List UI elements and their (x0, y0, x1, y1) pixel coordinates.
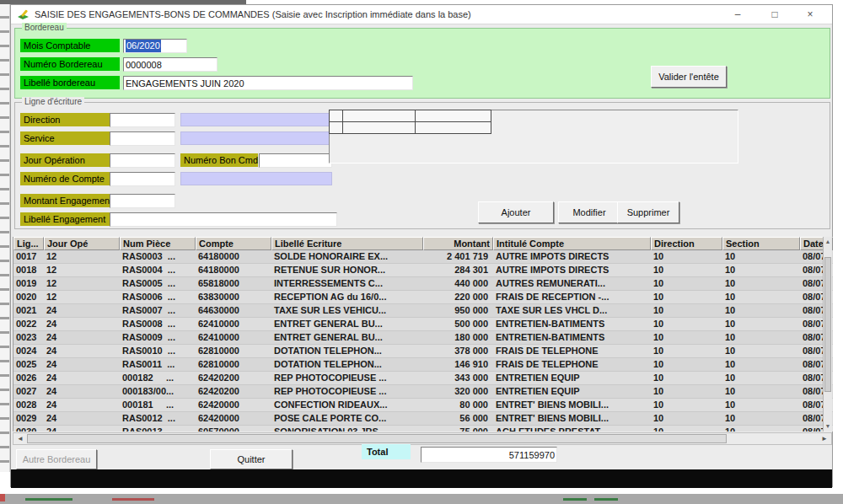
column-header[interactable]: Direction (651, 237, 722, 250)
horizontal-scrollbar[interactable]: ◄ ► (13, 432, 832, 445)
table-cell: 000182 ... (120, 372, 196, 385)
ligne-detail-grid (330, 110, 491, 134)
table-cell: RAS0009 ... (120, 331, 196, 345)
autre-bordereau-button[interactable]: Autre Bordereau (16, 449, 97, 469)
table-cell: RAS0012 ... (120, 412, 196, 426)
table-cell: 24 (44, 331, 120, 345)
table-cell: 0026 (13, 372, 44, 385)
table-cell: ENTRETIEN-BATIMENTS (493, 318, 651, 331)
table-cell: 24 (44, 358, 120, 372)
numero-bon-cmde-input[interactable] (259, 153, 332, 168)
table-cell: AUTRES REMUNERATI... (493, 277, 651, 291)
table-row[interactable]: 002124RAS0007 ...64630000TAXE SUR LES VE… (13, 304, 833, 318)
table-cell: 000181 ... (120, 399, 196, 412)
table-row[interactable]: 002324RAS0009 ...62410000ENTRET GENERAL … (13, 331, 833, 345)
scroll-left-icon[interactable]: ◄ (14, 433, 26, 444)
grid-cell (415, 110, 491, 122)
table-row[interactable]: 001712RAS0003 ...64180000SOLDE HONORAIRE… (13, 250, 833, 264)
app-icon (17, 8, 30, 21)
libelle-bordereau-input[interactable] (123, 76, 413, 90)
supprimer-button[interactable]: Supprimer (617, 201, 679, 223)
table-cell: RAS0013 ... (120, 426, 196, 432)
ligne-ecriture-group-label: Ligne d'écriture (22, 97, 84, 106)
table-row[interactable]: 002524RAS0011 ...62810000DOTATION TELEPH… (13, 358, 833, 372)
scroll-right-icon[interactable]: ► (819, 433, 830, 444)
numero-bordereau-label: Numéro Bordereau (20, 57, 120, 71)
table-cell: RECEPTION AG du 16/0... (271, 291, 423, 304)
table-cell: INTERRESSEMENTS C... (271, 277, 423, 291)
scroll-down-icon[interactable]: ▼ (824, 422, 832, 431)
numero-de-compte-display-field (180, 172, 332, 185)
table-cell: REP PHOTOCOPIEUSE ... (271, 385, 423, 399)
minimize-button[interactable]: – (724, 5, 751, 24)
table-cell: 10 (651, 304, 722, 318)
jour-operation-input[interactable] (110, 153, 175, 168)
direction-display-field (180, 113, 332, 126)
app-window: SAISIE DES ENGAGEMENTS-BONS DE COMMANDES… (10, 4, 833, 487)
table-cell: SOLDE HONORAIRE EX... (271, 250, 423, 264)
column-header[interactable]: Montant (423, 237, 493, 250)
table-cell: 64180000 (196, 264, 271, 277)
table-cell: RAS0007 ... (120, 304, 196, 318)
column-header[interactable]: Num Pièce (120, 237, 196, 250)
table-row[interactable]: 002012RAS0006 ...63830000RECEPTION AG du… (13, 291, 833, 304)
valider-entete-button[interactable]: Valider l'entête (651, 66, 727, 88)
direction-input[interactable] (110, 113, 175, 127)
table-cell: 0023 (13, 331, 44, 345)
numero-bon-cmde-label: Numéro Bon Cmde (180, 153, 258, 167)
table-cell: 0024 (13, 345, 44, 358)
table-cell: 284 301 (423, 264, 493, 277)
table-cell: 10 (651, 264, 722, 277)
table-row[interactable]: 002224RAS0008 ...62410000ENTRET GENERAL … (13, 318, 833, 331)
modifier-button[interactable]: Modifier (558, 201, 620, 223)
close-button[interactable]: × (797, 5, 824, 24)
table-row[interactable]: 002824000181 ...62420000CONFECTION RIDEA… (13, 399, 833, 412)
total-value-field[interactable] (421, 447, 557, 463)
montant-engagement-input[interactable] (110, 194, 175, 208)
background-ruler-strip (0, 4, 10, 472)
grid-cell (342, 121, 416, 134)
ligne-detail-panel (329, 110, 738, 164)
libelle-engagement-input[interactable] (110, 212, 337, 227)
table-cell: 10 (722, 385, 800, 399)
service-input[interactable] (110, 131, 175, 146)
grid-cell (342, 110, 416, 122)
taskbar-mark (563, 498, 587, 501)
table-row[interactable]: 003024RAS0013 ...60570000SONORISATION 03… (13, 426, 833, 432)
scroll-up-icon[interactable]: ▲ (824, 238, 832, 246)
numero-de-compte-input[interactable] (110, 172, 175, 186)
table-row[interactable]: 002424RAS0010 ...62810000DOTATION TELEPH… (13, 345, 833, 358)
table-header: Lig...Jour OpéNum PièceCompteLibellé Ecr… (13, 237, 833, 250)
table-row[interactable]: 002924RAS0012 ...62420000POSE CALE PORTE… (13, 412, 833, 426)
bordereau-group: Bordereau Mois Comptable 06/2020 Numéro … (14, 28, 830, 99)
table-cell: 320 000 (423, 385, 493, 399)
column-header[interactable]: Section (722, 237, 800, 250)
table-row[interactable]: 002624000182 ...62420200REP PHOTOCOPIEUS… (13, 372, 833, 385)
column-header[interactable]: Lig... (13, 237, 44, 250)
column-header[interactable]: Libellé Ecriture (271, 237, 423, 250)
table-row[interactable]: 001812RAS0004 ...64180000RETENUE SUR HON… (13, 264, 833, 277)
numero-bordereau-input[interactable] (123, 57, 217, 72)
ajouter-button[interactable]: Ajouter (478, 201, 554, 223)
table-cell: 440 000 (423, 277, 493, 291)
table-row[interactable]: 002724000183/00...62420200REP PHOTOCOPIE… (13, 385, 833, 399)
table-cell: 75 000 (423, 426, 493, 432)
column-header[interactable]: Compte (196, 237, 271, 250)
table-cell: ENTRET GENERAL BU... (271, 318, 423, 331)
horizontal-scrollbar-thumb[interactable] (27, 434, 727, 443)
table-cell: REP PHOTOCOPIEUSE ... (271, 372, 423, 385)
table-cell: 2 401 719 (423, 250, 493, 264)
taskbar-strip (0, 494, 843, 504)
vertical-scrollbar-thumb[interactable] (824, 257, 831, 392)
column-header[interactable]: Jour Opé (44, 237, 120, 250)
libelle-engagement-label: Libellé Engagement (20, 212, 110, 226)
table-cell: POSE CALE PORTE CO... (271, 412, 423, 426)
vertical-scrollbar[interactable]: ▲ ▼ (823, 237, 832, 432)
table-cell: ENTRET GENERAL BU... (271, 331, 423, 345)
quitter-button[interactable]: Quitter (210, 449, 293, 469)
mois-comptable-input[interactable]: 06/2020 (123, 39, 187, 53)
mois-comptable-label: Mois Comptable (20, 39, 120, 52)
maximize-button[interactable]: □ (761, 5, 788, 24)
table-row[interactable]: 001912RAS0005 ...65818000INTERRESSEMENTS… (13, 277, 833, 291)
column-header[interactable]: Intitulé Compte (493, 237, 651, 250)
